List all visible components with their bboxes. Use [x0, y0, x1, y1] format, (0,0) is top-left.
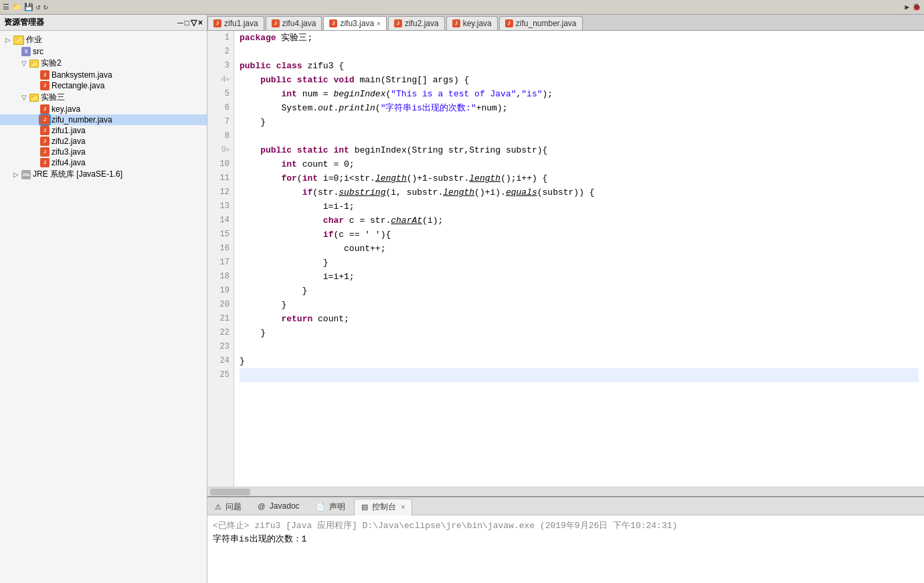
- ln-25: 25: [211, 368, 229, 382]
- bottom-tab-console[interactable]: ▤ 控制台 ×: [354, 499, 413, 515]
- toolbar-icon-5: ↻: [43, 3, 48, 11]
- sidebar: 资源管理器 ─ □ ▽ × ▷ 📁 作业 S src: [0, 15, 207, 583]
- sidebar-label-shiyan2: 实验2: [41, 58, 62, 69]
- ln-1: 1: [211, 31, 229, 45]
- sidebar-item-rectangle[interactable]: J Rectangle.java: [0, 80, 207, 91]
- kw-public-4: public: [260, 73, 292, 87]
- kw-int-11: int: [302, 171, 318, 185]
- sidebar-item-jre[interactable]: ▷ JRE JRE 系统库 [JavaSE-1.6]: [0, 168, 207, 181]
- sidebar-item-zifu-number[interactable]: J zifu_number.java: [0, 114, 207, 125]
- method-charat: charAt: [391, 214, 422, 228]
- tab-zifu2[interactable]: J zifu2.java: [388, 16, 445, 30]
- sidebar-item-src[interactable]: S src: [0, 46, 207, 57]
- sidebar-item-key[interactable]: J key.java: [0, 104, 207, 114]
- sidebar-label-zifu1: zifu1.java: [52, 126, 86, 135]
- ln-15: 15: [211, 228, 229, 242]
- tab-key[interactable]: J key.java: [446, 16, 498, 30]
- sidebar-minimize-icon[interactable]: ─: [177, 18, 183, 27]
- code-editor[interactable]: 1 2 3 4⊖ 5 6 7 8 9⊖ 10 11 12 13 14 15 16…: [207, 31, 924, 487]
- method-length-11b: length: [469, 171, 500, 185]
- sidebar-label-src: src: [33, 47, 43, 56]
- toolbar-icon-2: 📁: [12, 3, 21, 11]
- kw-public-9: public: [260, 143, 292, 157]
- sidebar-label-jre: JRE 系统库 [JavaSE-1.6]: [33, 169, 122, 180]
- code-line-25: [240, 368, 919, 382]
- sidebar-header-icons: ─ □ ▽ ×: [177, 18, 203, 27]
- at-icon: @: [258, 502, 265, 510]
- java-icon-rectangle: J: [40, 81, 50, 90]
- tab-zifu1[interactable]: J zifu1.java: [207, 16, 264, 30]
- sidebar-item-zifu3[interactable]: J zifu3.java: [0, 147, 207, 157]
- src-icon: S: [21, 47, 31, 56]
- code-line-17: }: [240, 256, 919, 270]
- code-line-15: if (c == ' '){: [240, 228, 919, 242]
- method-beginindex: beginIndex: [333, 87, 385, 101]
- folder-icon-zuoye: 📁: [13, 35, 24, 45]
- editor-area: J zifu1.java J zifu4.java J zifu3.java ×…: [207, 15, 924, 583]
- sidebar-item-banksystem[interactable]: J Banksystem.java: [0, 70, 207, 80]
- scrollbar-thumb[interactable]: [210, 489, 250, 495]
- ln-12: 12: [211, 185, 229, 199]
- sidebar-item-zifu2[interactable]: J zifu2.java: [0, 136, 207, 147]
- editor-scrollbar[interactable]: [207, 487, 924, 496]
- tab-zifu3[interactable]: J zifu3.java ×: [323, 16, 387, 31]
- console-content: <已终止> zifu3 [Java 应用程序] D:\Java\eclipse\…: [207, 515, 924, 583]
- code-line-9: public static int beginIndex(String str,…: [240, 143, 919, 157]
- ln-21: 21: [211, 312, 229, 326]
- bottom-tab-problems[interactable]: ⚠ 问题: [207, 499, 249, 515]
- code-line-19: }: [240, 284, 919, 298]
- ln-8: 8: [211, 129, 229, 143]
- tab-label-zifu1: zifu1.java: [224, 19, 258, 28]
- sidebar-item-zuoye[interactable]: ▷ 📁 作业: [0, 33, 207, 46]
- toolbar-icon-run[interactable]: ▶: [905, 3, 909, 11]
- sidebar-label-zifu-number: zifu_number.java: [52, 115, 112, 124]
- kw-if-12: if: [302, 185, 313, 199]
- ln-16: 16: [211, 242, 229, 256]
- arrow-shiyan2: ▽: [21, 60, 29, 67]
- tab-close-zifu3[interactable]: ×: [377, 20, 381, 27]
- sidebar-item-shiyan3[interactable]: ▽ 📁 实验三: [0, 91, 207, 104]
- sidebar-menu-icon[interactable]: ▽: [191, 18, 197, 27]
- ln-9: 9⊖: [211, 143, 229, 157]
- java-icon-zifu1: J: [40, 126, 50, 135]
- ln-6: 6: [211, 101, 229, 115]
- folder-icon-shiyan2: 📁: [29, 60, 39, 68]
- tab-icon-zifu4: J: [272, 19, 280, 27]
- bottom-tab-label-console: 控制台: [372, 502, 396, 511]
- ln-23: 23: [211, 340, 229, 354]
- tab-zifu4[interactable]: J zifu4.java: [266, 16, 322, 30]
- console-close-icon[interactable]: ×: [401, 503, 405, 511]
- sidebar-maximize-icon[interactable]: □: [185, 18, 189, 27]
- problems-icon: ⚠: [215, 503, 221, 511]
- bottom-tab-declaration[interactable]: 📄 声明: [308, 499, 353, 515]
- code-line-23: [240, 340, 919, 354]
- ln-11: 11: [211, 171, 229, 185]
- tab-label-zifu4: zifu4.java: [282, 19, 316, 28]
- code-line-14: char c = str. charAt (i);: [240, 214, 919, 228]
- folder-icon-shiyan3: 📁: [29, 94, 39, 102]
- kw-class: class: [276, 59, 302, 73]
- sidebar-label-zuoye: 作业: [26, 34, 42, 46]
- bottom-tab-label-problems: 问题: [225, 502, 242, 511]
- toolbar-icon-debug[interactable]: 🐞: [912, 3, 921, 11]
- tab-label-zifu3: zifu3.java: [340, 19, 374, 28]
- java-icon-banksystem: J: [40, 70, 50, 80]
- bottom-tab-javadoc[interactable]: @ Javadoc: [250, 499, 306, 515]
- tab-zifu-number[interactable]: J zifu_number.java: [499, 16, 583, 30]
- sidebar-item-shiyan2[interactable]: ▽ 📁 实验2: [0, 57, 207, 70]
- code-content[interactable]: package 实验三; public class zifu3 { public: [234, 31, 924, 487]
- sidebar-close-icon[interactable]: ×: [198, 18, 203, 27]
- kw-int-10: int: [281, 157, 296, 171]
- bottom-tab-bar: ⚠ 问题 @ Javadoc 📄 声明 ▤ 控制台 ×: [207, 497, 924, 515]
- arrow-shiyan3: ▽: [21, 94, 29, 101]
- kw-void-4: void: [333, 73, 354, 87]
- kw-public-3: public: [240, 59, 271, 73]
- console-line-1: <已终止> zifu3 [Java 应用程序] D:\Java\eclipse\…: [213, 519, 919, 533]
- sidebar-item-zifu1[interactable]: J zifu1.java: [0, 125, 207, 136]
- sidebar-label-banksystem: Banksystem.java: [52, 70, 112, 80]
- kw-return: return: [281, 312, 312, 326]
- ln-2: 2: [211, 45, 229, 59]
- sidebar-item-zifu4[interactable]: J zifu4.java: [0, 157, 207, 168]
- tab-icon-key: J: [452, 19, 460, 27]
- method-equals: equals: [506, 185, 537, 199]
